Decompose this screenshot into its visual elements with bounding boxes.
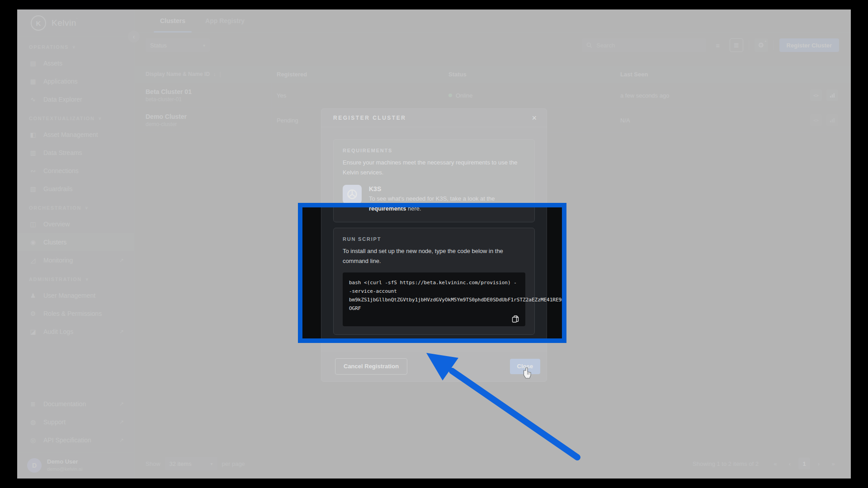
k3s-description: To see what's needed for K3S, take a loo… — [369, 194, 525, 214]
run-script-card: RUN SCRIPT To install and set up the new… — [333, 228, 535, 335]
close-button[interactable]: Close — [510, 359, 540, 374]
modal-header: REGISTER CLUSTER × — [321, 109, 547, 127]
close-icon[interactable]: × — [532, 114, 537, 122]
requirements-link[interactable]: requirements — [369, 205, 406, 212]
copy-icon[interactable] — [512, 315, 519, 323]
modal-footer: Cancel Registration Close — [321, 351, 547, 381]
k3s-logo-icon — [343, 185, 362, 204]
requirements-label: REQUIREMENTS — [343, 148, 525, 153]
code-line: bm9kZS1jbGllbnQtZGVtby1jbHVzdGVyOkM5Ym9T… — [349, 296, 519, 304]
app-window: K Kelvin˙ ‹ OPERATIONS ∨ ▤ Assets ▦ Appl… — [17, 9, 851, 479]
code-line: bash <(curl -sfS https://beta.kelvininc.… — [349, 278, 519, 296]
requirements-description: Ensure your machines meet the necessary … — [343, 158, 525, 178]
screenshot-canvas: K Kelvin˙ ‹ OPERATIONS ∨ ▤ Assets ▦ Appl… — [0, 0, 868, 488]
provision-code-block[interactable]: bash <(curl -sfS https://beta.kelvininc.… — [343, 272, 525, 326]
run-script-description: To install and set up the new node, type… — [343, 246, 525, 266]
requirements-card: REQUIREMENTS Ensure your machines meet t… — [333, 139, 535, 222]
cancel-registration-button[interactable]: Cancel Registration — [335, 358, 407, 375]
k3s-title: K3S — [369, 185, 525, 193]
run-script-label: RUN SCRIPT — [343, 236, 525, 242]
code-line: OGRF — [349, 304, 519, 313]
register-cluster-modal: REGISTER CLUSTER × REQUIREMENTS Ensure y… — [321, 108, 547, 382]
modal-title: REGISTER CLUSTER — [333, 115, 406, 121]
